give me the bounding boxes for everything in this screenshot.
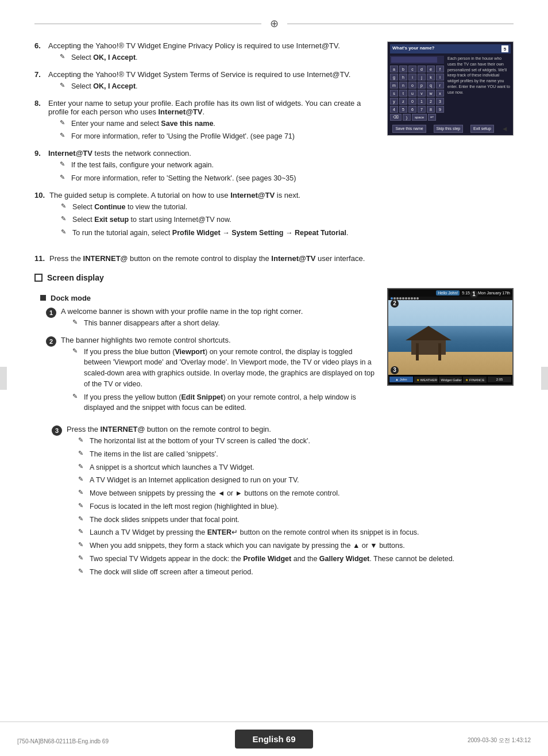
circle-item: 2 The banner highlights two remote contr…: [46, 336, 376, 416]
keyboard-row: g h i j k l: [390, 74, 444, 80]
tv-hello-badge: Hello John!: [436, 290, 460, 296]
item-content: Press the INTERNET@ button on the remote…: [49, 254, 514, 263]
keyboard-grid: a b c d e f g h i j: [390, 66, 444, 121]
key: r: [436, 82, 444, 89]
note-text: Enter your name and select Save this nam…: [71, 118, 215, 129]
note-item: ✎ Enter your name and select Save this n…: [60, 118, 376, 129]
pencil-icon: ✎: [78, 475, 86, 486]
list-item: 6. Accepting the Yahoo!® TV Widget Engin…: [34, 41, 376, 66]
keyboard-row: a b c d e f: [390, 66, 444, 72]
profile-box-title: What's your name? 5: [390, 44, 511, 53]
tv-hut: [406, 326, 451, 355]
tv-dot: [408, 297, 410, 300]
note-item: ✎ Select Continue to view the tutorial.: [61, 202, 376, 213]
note-text: For more information, refer to 'Using th…: [71, 131, 295, 142]
note-item: ✎ The dock slides snippets under that fo…: [78, 515, 514, 525]
keyboard-area: a b c d e f g h i j: [390, 56, 444, 122]
item-text: Accepting the Yahoo!® TV Widget Engine P…: [48, 41, 340, 50]
circle-text: Press the INTERNET@ button on the remote…: [67, 425, 271, 433]
skip-step-button[interactable]: Skip this step: [434, 125, 464, 133]
tv-bottom-dock: ▲ John ★ WEATHER Widget Gallery ⚙ ★ FINA…: [388, 375, 512, 385]
key: ↩: [428, 114, 436, 121]
list-item: 8. Enter your name to setup your profile…: [34, 99, 376, 145]
note-item: ✎ The dock will slide off screen after a…: [78, 567, 514, 578]
note-text: To run the tutorial again, select Profil…: [72, 228, 348, 239]
top-decoration: ⊕: [34, 17, 514, 30]
note-text: Select OK, I Accept.: [71, 81, 138, 92]
tv-dock-item-john: ▲ John: [389, 377, 413, 382]
circle-content: A welcome banner is shown with your prof…: [61, 307, 376, 331]
pencil-icon: ✎: [78, 515, 86, 525]
item-number: 7.: [34, 70, 44, 94]
dock-mode-header: Dock mode: [40, 294, 376, 302]
note-text: If you press the yellow button (Edit Sni…: [84, 392, 376, 414]
item-text: The guided setup is complete. A tutorial…: [49, 191, 300, 199]
keyboard-row: m n o p q r: [390, 82, 444, 89]
item-text: Internet@TV tests the network connection…: [48, 149, 191, 158]
pencil-icon: ✎: [78, 567, 86, 578]
save-name-button[interactable]: Save this name: [392, 125, 426, 133]
circle-content: Press the INTERNET@ button on the remote…: [67, 425, 514, 580]
pencil-icon: ✎: [60, 174, 68, 184]
section-title: Screen display: [47, 273, 104, 282]
tv-screenshot-column: Hello John! 5:15 AM Mon January 17th: [387, 288, 514, 420]
note-text: Focus is located in the left most region…: [90, 501, 279, 512]
tv-dock-item-gallery: Widget Gallery ⚙: [439, 377, 462, 383]
key: 3: [436, 98, 444, 105]
pencil-icon: ✎: [78, 489, 86, 499]
key: f: [436, 66, 444, 72]
key: m: [390, 82, 398, 89]
exit-setup-button[interactable]: Exit setup: [470, 125, 494, 133]
note-text: If you press the blue button (Viewport) …: [84, 347, 376, 390]
item-content: The guided setup is complete. A tutorial…: [49, 191, 376, 241]
pencil-icon: ✎: [72, 318, 80, 329]
dock-mode-title: Dock mode: [51, 294, 91, 302]
tv-dot: [396, 297, 399, 300]
tv-beach: [388, 352, 512, 375]
footer-right-text: 2009-03-30 오전 1:43:12: [468, 736, 531, 745]
key: 5: [399, 106, 407, 113]
circle-number: 2: [46, 336, 56, 347]
item-number: 11.: [34, 254, 45, 263]
pencil-icon: ✎: [61, 215, 69, 225]
tv-dock-item-time: 2:05: [488, 377, 511, 382]
note-text: If the test fails, configure your networ…: [71, 160, 214, 171]
note-item: ✎ Move between snippets by pressing the …: [78, 488, 514, 499]
circle-text: A welcome banner is shown with your prof…: [61, 307, 303, 316]
profile-actions: Save this name Skip this step Exit setup…: [390, 125, 511, 133]
note-item: ✎ When you add snippets, they form a sta…: [78, 540, 514, 551]
key: k: [427, 74, 435, 80]
note-text: For more information, refer to 'Setting …: [71, 173, 296, 184]
item-number: 6.: [34, 41, 44, 66]
tv-time: 5:15 AM Mon January 17th: [462, 291, 510, 295]
key: ): [403, 114, 411, 121]
note-item: ✎ Two special TV Widgets appear in the d…: [78, 554, 514, 565]
page-container: ⊕ 6. Accepting the Yahoo!® TV Widget Eng…: [0, 0, 548, 756]
note-text: The dock slides snippets under that foca…: [90, 515, 240, 525]
pencil-icon: ✎: [60, 160, 68, 171]
tv-hut-post-right: [438, 343, 441, 360]
note-text: Two special TV Widgets appear in the doc…: [90, 554, 454, 565]
black-square-icon: [40, 295, 46, 301]
key: e: [427, 66, 435, 72]
pencil-icon: ✎: [78, 528, 86, 538]
tv-dock-item-weather: ★ WEATHER: [414, 377, 438, 383]
left-side-mark: [0, 367, 7, 390]
pencil-icon: ✎: [72, 347, 80, 390]
key-space: space: [412, 114, 427, 121]
dock-mode-section: Dock mode 1 A welcome banner is shown wi…: [34, 288, 514, 420]
key: t: [399, 90, 407, 97]
pencil-icon: ✎: [72, 393, 80, 414]
pencil-icon: ✎: [78, 541, 86, 551]
tv-annotated-area: Hello John! 5:15 AM Mon January 17th: [388, 289, 512, 385]
key: 1: [418, 98, 426, 105]
key: 0: [408, 98, 416, 105]
pencil-icon: ✎: [60, 82, 68, 92]
key: i: [408, 74, 416, 80]
key: d: [418, 66, 426, 72]
tv-image-area: [388, 300, 512, 375]
screen-display-section: Screen display: [34, 273, 514, 282]
circle-item: 1 A welcome banner is shown with your pr…: [46, 307, 376, 331]
note-item: ✎ Select OK, I Accept.: [60, 81, 376, 92]
key: 4: [390, 106, 398, 113]
